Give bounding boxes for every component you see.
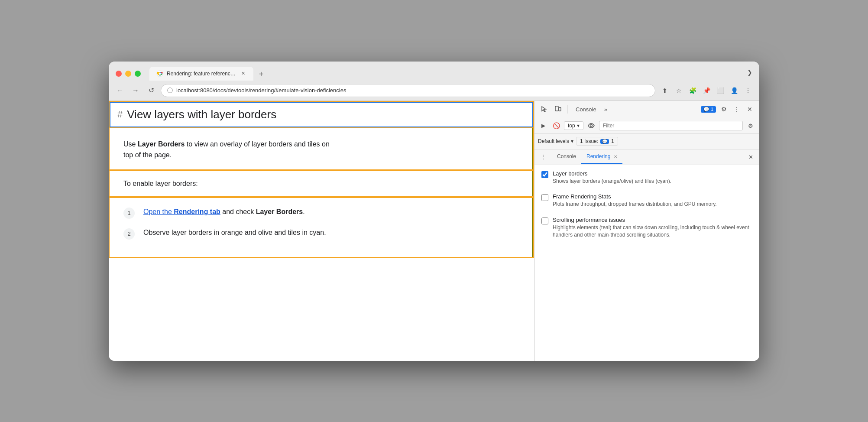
context-chevron: ▾ <box>577 123 580 129</box>
layer-borders-content: Layer borders Shows layer borders (orang… <box>553 170 752 185</box>
new-tab-button[interactable]: + <box>255 68 267 81</box>
split-view-button[interactable]: ⬜ <box>714 84 726 97</box>
svg-point-5 <box>590 125 592 127</box>
page-heading-section: # View layers with layer borders <box>110 102 533 127</box>
forward-button[interactable]: → <box>130 84 142 97</box>
issues-badge[interactable]: 💬 1 <box>701 106 716 113</box>
tab-bar: Rendering: feature reference - ✕ + <box>149 67 742 81</box>
svg-point-2 <box>159 72 161 75</box>
device-toolbar-button[interactable] <box>552 103 564 115</box>
scrolling-performance-checkbox[interactable] <box>541 217 548 224</box>
device-icon <box>554 106 561 113</box>
run-script-button[interactable]: ▶ <box>538 120 548 131</box>
tab-close-button[interactable]: ✕ <box>240 70 246 77</box>
rendering-tab[interactable]: Rendering ✕ <box>581 150 622 164</box>
step-2-content: Observe layer borders in orange and oliv… <box>143 227 326 238</box>
devtools-console-tab-label[interactable]: Console <box>571 104 601 114</box>
toolbar-separator <box>567 105 568 114</box>
scrolling-performance-description: Highlights elements (teal) that can slow… <box>553 224 752 239</box>
layer-borders-title: Layer borders <box>553 170 752 177</box>
devtools-close-button[interactable]: ✕ <box>744 103 756 115</box>
devtools-more-panels-button[interactable]: » <box>602 104 609 114</box>
layer-borders-checkbox[interactable] <box>541 171 548 178</box>
steps-list: 1 Open the Rendering tab and check Layer… <box>110 198 533 257</box>
frame-rendering-title: Frame Rendering Stats <box>553 193 752 200</box>
console-tab[interactable]: Console <box>552 150 581 164</box>
issues-count: 1 <box>611 138 614 144</box>
bookmark-button[interactable]: ☆ <box>673 84 685 97</box>
back-button[interactable]: ← <box>114 84 126 97</box>
olive-border-right2 <box>532 171 533 196</box>
levels-label: Default levels <box>538 138 569 144</box>
frame-rendering-checkbox[interactable] <box>541 194 548 201</box>
rendering-tab-link[interactable]: Open the Rendering tab <box>143 208 220 215</box>
console-filter-settings-button[interactable]: ⚙ <box>745 120 756 131</box>
minimize-button[interactable] <box>125 71 131 77</box>
layer-borders-item: Layer borders Shows layer borders (orang… <box>541 170 752 185</box>
profile-button[interactable]: 👤 <box>728 84 740 97</box>
log-levels-selector[interactable]: Default levels ▾ <box>538 138 573 144</box>
browser-content: # View layers with layer borders Use Lay… <box>109 101 759 361</box>
to-enable-text: To enable layer borders: <box>123 180 519 188</box>
inspect-element-button[interactable] <box>538 103 550 115</box>
devtools-settings-button[interactable]: ⚙ <box>718 103 730 115</box>
step-2: 2 Observe layer borders in orange and ol… <box>123 227 519 240</box>
rendering-tab-close[interactable]: ✕ <box>614 154 617 159</box>
steps-section: 1 Open the Rendering tab and check Layer… <box>109 198 534 258</box>
traffic-lights <box>116 71 141 77</box>
scrolling-performance-content: Scrolling performance issues Highlights … <box>553 217 752 239</box>
olive-border-right <box>532 128 533 169</box>
issues-count-badge[interactable]: 1 Issue: 💬 1 <box>576 137 618 146</box>
scrolling-performance-item: Scrolling performance issues Highlights … <box>541 217 752 239</box>
window-chevron-icon[interactable]: ❯ <box>747 69 752 76</box>
layer-borders-bold1: Layer Borders <box>138 140 185 148</box>
close-button[interactable] <box>116 71 122 77</box>
panel-close-button[interactable]: ✕ <box>745 152 756 162</box>
active-tab[interactable]: Rendering: feature reference - ✕ <box>149 67 253 81</box>
scrolling-performance-title: Scrolling performance issues <box>553 217 752 223</box>
devtools-menu-button[interactable]: ⋮ <box>732 104 742 114</box>
devtools-panel: Console » 💬 1 ⚙ ⋮ ✕ ▶ 🚫 top ▾ <box>534 101 759 361</box>
intro-paragraph: Use Layer Borders to view an overlay of … <box>123 139 519 161</box>
chrome-menu-button[interactable]: ⋮ <box>742 84 754 97</box>
eye-icon <box>588 123 595 128</box>
step-2-number: 2 <box>123 228 135 240</box>
svg-rect-3 <box>555 106 558 111</box>
clear-console-button[interactable]: 🚫 <box>551 120 561 131</box>
intro-section: Use Layer Borders to view an overlay of … <box>110 127 533 170</box>
tabs-menu-button[interactable]: ⋮ <box>538 152 548 162</box>
url-text: localhost:8080/docs/devtools/rendering/#… <box>176 87 649 94</box>
reload-button[interactable]: ↺ <box>145 84 157 97</box>
intro-line3: top of the page. <box>123 151 172 159</box>
enable-section: To enable layer borders: <box>110 170 533 197</box>
extensions-button[interactable]: 🧩 <box>687 84 699 97</box>
browser-window: Rendering: feature reference - ✕ + ❯ ← →… <box>109 62 759 361</box>
title-bar: Rendering: feature reference - ✕ + ❯ <box>109 62 759 81</box>
page-content: # View layers with layer borders Use Lay… <box>109 101 534 361</box>
navigation-bar: ← → ↺ ⓘ localhost:8080/docs/devtools/ren… <box>109 81 759 101</box>
page-heading: View layers with layer borders <box>127 108 276 121</box>
context-selector[interactable]: top ▾ <box>564 121 583 130</box>
anchor-hash: # <box>117 109 123 120</box>
devtools-tabs-bar: ⋮ Console Rendering ✕ ✕ <box>534 149 759 165</box>
badge-count: 1 <box>711 107 713 112</box>
info-icon: ⓘ <box>167 87 173 94</box>
step-1: 1 Open the Rendering tab and check Layer… <box>123 207 519 219</box>
live-expressions-button[interactable] <box>586 120 596 131</box>
console-filter-input[interactable] <box>599 121 743 130</box>
layer-borders-description: Shows layer borders (orange/olive) and t… <box>553 178 752 185</box>
share-button[interactable]: ⬆ <box>659 84 671 97</box>
page-wrapper: # View layers with layer borders Use Lay… <box>109 101 534 258</box>
address-bar[interactable]: ⓘ localhost:8080/docs/devtools/rendering… <box>161 84 655 97</box>
chrome-favicon-icon <box>156 70 163 77</box>
frame-rendering-item: Frame Rendering Stats Plots frame throug… <box>541 193 752 208</box>
context-label: top <box>568 123 575 129</box>
step-1-and-check: and check Layer Borders. <box>222 208 304 215</box>
svg-rect-4 <box>559 107 561 111</box>
frame-rendering-content: Frame Rendering Stats Plots frame throug… <box>553 193 752 208</box>
devtools-levels-toolbar: Default levels ▾ 1 Issue: 💬 1 <box>534 134 759 149</box>
maximize-button[interactable] <box>135 71 141 77</box>
olive-border-right3 <box>532 198 533 257</box>
extension2-button[interactable]: 📌 <box>700 84 713 97</box>
rendering-tab-label: Rendering <box>586 153 610 159</box>
